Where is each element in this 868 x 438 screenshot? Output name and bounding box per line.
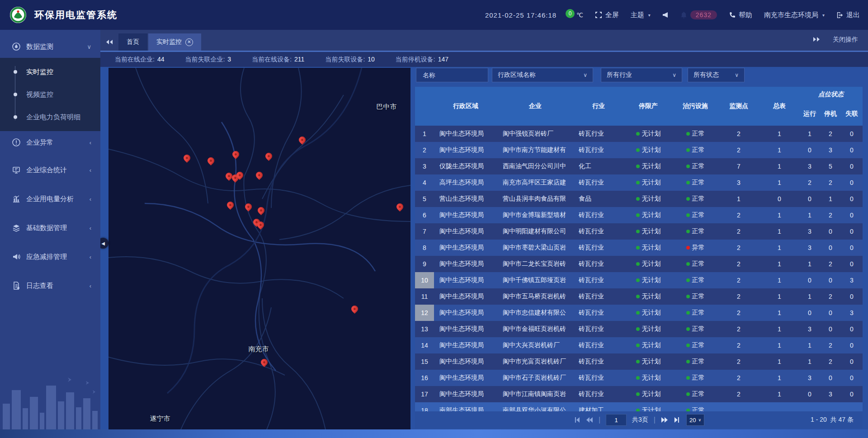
cell-limit: 无计划: [624, 309, 673, 317]
table-row[interactable]: 2阆中生态环境局阆中市南方节能建材有砖瓦行业无计划正常21030: [415, 142, 863, 158]
sidebar-item[interactable]: 企业综合统计‹: [0, 157, 100, 183]
sidebar-item[interactable]: 应急减排管理‹: [0, 244, 100, 269]
prev-page-icon[interactable]: [586, 417, 593, 423]
last-page-icon[interactable]: [674, 417, 681, 423]
cell-monitor: 2: [718, 325, 760, 333]
cell-run: 3: [799, 228, 820, 235]
cell-company: 阆中市石子页岩机砖厂: [497, 374, 573, 382]
logout-button[interactable]: 退出: [836, 11, 860, 19]
industry-filter-select[interactable]: 所有行业 ∨: [601, 68, 682, 82]
cell-industry: 砖瓦行业: [573, 358, 624, 366]
chevron-down-icon: ▾: [822, 13, 825, 18]
table-row[interactable]: 10阆中生态环境局阆中千佛镇五郎垭页岩砖瓦行业无计划正常21003: [415, 272, 863, 288]
status-dot: [686, 165, 690, 168]
col-facility: 治污设施: [673, 87, 718, 126]
cell-stop: 1: [820, 195, 841, 203]
page-size-select[interactable]: 20 ∨: [686, 414, 704, 426]
cell-facility: 正常: [673, 390, 718, 398]
cell-industry: 砖瓦行业: [573, 146, 624, 154]
table-row[interactable]: 12阆中生态环境局阆中市忠信建材有限公砖瓦行业无计划正常21003: [415, 305, 863, 321]
region-filter-select[interactable]: 行政区域名称 ∨: [492, 68, 593, 82]
bullet-icon: [14, 70, 17, 74]
next-page-icon[interactable]: [661, 417, 668, 423]
stats-bar: 当前在线企业:44当前失联企业:3当前在线设备:211当前失联设备:10当前停机…: [100, 52, 868, 67]
cell-limit: 无计划: [624, 292, 673, 301]
tab-首页[interactable]: 首页: [118, 33, 147, 51]
cell-limit: 无计划: [624, 374, 673, 382]
sidebar-item[interactable]: 日志查看‹: [0, 273, 100, 298]
theme-dropdown[interactable]: 主题 ▾: [631, 11, 651, 19]
cell-company: 南充市高坪区王家店建: [497, 179, 573, 187]
tab-实时监控[interactable]: 实时监控✕: [148, 33, 201, 51]
table-row[interactable]: 17阆中生态环境局阆中市江南镇阆南页岩砖瓦行业无计划正常21030: [415, 386, 863, 402]
cell-meter: 1: [760, 260, 799, 268]
sidebar-subitem[interactable]: 实时监控: [0, 61, 100, 83]
cell-facility: 异常: [673, 244, 718, 252]
first-page-icon[interactable]: [573, 417, 580, 423]
cell-run: 1: [799, 293, 820, 300]
sidebar-item[interactable]: 基础数据管理‹: [0, 215, 100, 240]
sidebar-subitem[interactable]: 企业电力负荷明细: [0, 106, 100, 128]
cell-industry: 砖瓦行业: [573, 211, 624, 219]
cell-run: 1: [799, 342, 820, 349]
status-dot: [636, 376, 640, 380]
table-row[interactable]: 1阆中生态环境局阆中强锐页岩砖厂砖瓦行业无计划正常21120: [415, 126, 863, 142]
close-icon[interactable]: ✕: [185, 38, 193, 46]
close-operations-button[interactable]: 关闭操作: [833, 36, 858, 44]
cell-region: 阆中生态环境局: [434, 146, 497, 154]
status-dot: [636, 344, 640, 347]
table-row[interactable]: 7阆中生态环境局阆中明阳建材有限公司砖瓦行业无计划正常21300: [415, 223, 863, 240]
table-row[interactable]: 3仪陇生态环境局西南油气田分公司川中化工无计划正常71350: [415, 158, 863, 174]
tabs-scroll-left-icon[interactable]: [100, 33, 118, 51]
status-dot: [686, 181, 690, 184]
table-body: 1阆中生态环境局阆中强锐页岩砖厂砖瓦行业无计划正常211202阆中生态环境局阆中…: [415, 126, 863, 411]
cell-industry: 砖瓦行业: [573, 179, 624, 187]
cell-lost: 0: [841, 260, 863, 268]
cell-company: 阆中强锐页岩砖厂: [497, 130, 573, 138]
status-dot: [636, 360, 640, 363]
table-row[interactable]: 8阆中生态环境局阆中市枣碧大梁山页岩砖瓦行业无计划异常21300: [415, 240, 863, 256]
table-row[interactable]: 13阆中生态环境局阆中市金福旺页岩机砖砖瓦行业无计划正常21300: [415, 321, 863, 337]
table-row[interactable]: 16阆中生态环境局阆中市石子页岩机砖厂砖瓦行业无计划正常21300: [415, 370, 863, 386]
cell-region: 阆中生态环境局: [434, 325, 497, 333]
table-row[interactable]: 18南部生态环境局南部县双华小河有限公建材加工无计划正常: [415, 402, 863, 411]
pagination-bar: | 1 共3页 | 20 ∨ 1 - 20 共 47 条: [415, 411, 863, 429]
cell-monitor: 7: [718, 163, 760, 170]
status-dot: [636, 262, 640, 266]
name-filter[interactable]: [416, 68, 488, 82]
map-roads: [108, 68, 410, 429]
status-dot: [686, 262, 690, 266]
table-row[interactable]: 15阆中生态环境局阆中市光富页岩机砖厂砖瓦行业无计划正常21120: [415, 353, 863, 370]
org-dropdown[interactable]: 南充市生态环境局 ▾: [764, 11, 825, 19]
sidebar-item[interactable]: 企业异常‹: [0, 131, 100, 154]
table-row[interactable]: 5营山生态环境局营山县润丰肉食品有限食品无计划正常10010: [415, 191, 863, 207]
cell-monitor: 2: [718, 293, 760, 300]
bullet-icon: [14, 115, 17, 119]
page-number-input[interactable]: 1: [606, 414, 627, 426]
table-row[interactable]: 14阆中生态环境局阆中大兴页岩机砖厂砖瓦行业无计划正常21120: [415, 337, 863, 353]
name-filter-input[interactable]: [422, 71, 482, 79]
mute-button[interactable]: [662, 12, 669, 18]
table-row[interactable]: 6阆中生态环境局阆中市金博瑞新型墙材砖瓦行业无计划正常21120: [415, 207, 863, 223]
sidebar-subitem[interactable]: 视频监控: [0, 83, 100, 106]
notifications[interactable]: 2632: [680, 10, 717, 19]
cell-monitor: 2: [718, 146, 760, 154]
table-row[interactable]: 11阆中生态环境局阆中市五马桥页岩机砖砖瓦行业无计划正常21120: [415, 288, 863, 305]
help-button[interactable]: 帮助: [729, 11, 752, 19]
sidebar-item[interactable]: 数据监测∨: [0, 35, 100, 58]
cell-stop: 0: [820, 277, 841, 284]
status-filter-select[interactable]: 所有状态 ∨: [688, 68, 745, 82]
cell-meter: 1: [760, 277, 799, 284]
cell-meter: 1: [760, 293, 799, 300]
tabs-scroll-right-icon[interactable]: [813, 36, 820, 43]
stat-item: 当前在线企业:44: [115, 56, 164, 64]
table-row[interactable]: 4高坪生态环境局南充市高坪区王家店建砖瓦行业无计划正常31220: [415, 174, 863, 191]
cell-limit: 无计划: [624, 341, 673, 349]
map-panel[interactable]: 巴中市南充市遂宁市: [108, 68, 410, 429]
cell-limit: 无计划: [624, 130, 673, 138]
sidebar-item[interactable]: 企业用电量分析‹: [0, 186, 100, 212]
fullscreen-button[interactable]: 全屏: [595, 11, 619, 19]
cell-meter: 1: [760, 309, 799, 316]
table-row[interactable]: 9阆中生态环境局阆中市二龙长宝页岩砖砖瓦行业无计划正常21120: [415, 256, 863, 272]
cell-region: 仪陇生态环境局: [434, 162, 497, 170]
